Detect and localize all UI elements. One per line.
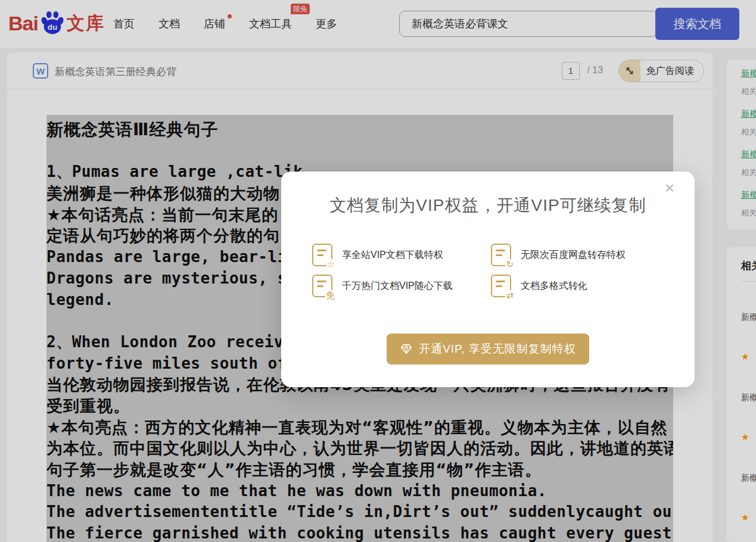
doc-refresh-icon: ↻ xyxy=(491,244,511,266)
vip-copy-modal: × 文档复制为VIP权益，开通VIP可继续复制 ☆ 享全站VIP文档下载特权 ↻… xyxy=(281,172,695,387)
doc-refresh-glyph: ↻ xyxy=(505,259,514,269)
doc-convert-glyph: ⇄ xyxy=(505,290,514,300)
vip-feature-label: 千万热门文档VIP随心下载 xyxy=(342,280,453,292)
doc-convert-icon: ⇄ xyxy=(491,275,511,297)
doc-star-icon: ☆ xyxy=(312,244,332,266)
vip-feature: ⇄ 文档多格式转化 xyxy=(491,272,670,300)
doc-free-icon: 免 xyxy=(312,275,332,297)
vip-feature: 免 千万热门文档VIP随心下载 xyxy=(312,272,491,300)
doc-free-glyph: 免 xyxy=(325,290,335,300)
vip-feature-label: 文档多格式转化 xyxy=(521,280,587,292)
vip-feature-label: 无限次百度网盘转存特权 xyxy=(521,249,626,261)
modal-title: 文档复制为VIP权益，开通VIP可继续复制 xyxy=(281,194,695,217)
open-vip-button[interactable]: 开通VIP, 享受无限制复制特权 xyxy=(387,334,589,365)
vip-feature-grid: ☆ 享全站VIP文档下载特权 ↻ 无限次百度网盘转存特权 免 千万热门文档VIP… xyxy=(312,241,695,300)
vip-diamond-icon xyxy=(400,342,413,356)
close-icon[interactable]: × xyxy=(665,180,674,197)
open-vip-label: 开通VIP, 享受无限制复制特权 xyxy=(419,341,576,357)
doc-star-glyph: ☆ xyxy=(326,259,335,269)
vip-feature: ☆ 享全站VIP文档下载特权 xyxy=(312,241,491,269)
vip-feature: ↻ 无限次百度网盘转存特权 xyxy=(491,241,670,269)
vip-feature-label: 享全站VIP文档下载特权 xyxy=(342,249,443,261)
